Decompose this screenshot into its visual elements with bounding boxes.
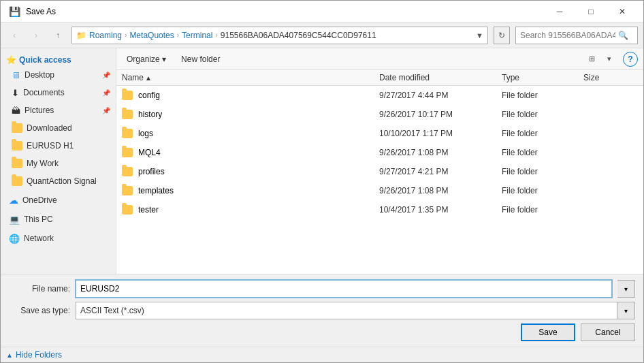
breadcrumb: 📁 Roaming › MetaQuotes › Terminal › 9155… — [71, 27, 488, 44]
table-row[interactable]: history 9/26/2017 10:17 PM File folder — [116, 105, 643, 124]
savetype-label: Save as type: — [9, 306, 70, 315]
organize-dropdown-icon: ▾ — [162, 54, 166, 64]
documents-icon: ⬇ — [12, 88, 19, 98]
file-type: File folder — [502, 205, 583, 215]
view-dropdown-button[interactable]: ▾ — [601, 52, 617, 67]
table-row[interactable]: tester 10/4/2017 1:35 PM File folder — [116, 200, 643, 219]
col-header-size[interactable]: Size — [583, 73, 638, 82]
sidebar-item-documents[interactable]: ⬇ Documents 📌 — [1, 84, 116, 101]
filename-dropdown-button[interactable]: ▾ — [617, 280, 635, 298]
breadcrumb-folder-icon: 📁 — [76, 31, 86, 40]
desktop-icon: 🖥 — [12, 70, 20, 80]
breadcrumb-roaming[interactable]: Roaming — [89, 31, 122, 40]
view-toggle-button[interactable]: ⊞ — [583, 52, 600, 67]
folder-icon — [122, 110, 133, 119]
table-row[interactable]: templates 9/26/2017 1:08 PM File folder — [116, 181, 643, 200]
breadcrumb-dropdown-button[interactable]: ▼ — [476, 31, 483, 40]
new-folder-button[interactable]: New folder — [176, 52, 225, 66]
onedrive-icon: ☁ — [9, 195, 18, 206]
sidebar-item-downloaded[interactable]: Downloaded — [1, 119, 116, 137]
sidebar-item-thispc[interactable]: 💻 This PC — [1, 210, 116, 228]
table-row[interactable]: MQL4 9/26/2017 1:08 PM File folder — [116, 143, 643, 162]
back-button[interactable]: ‹ — [6, 27, 22, 44]
mywork-folder-icon — [12, 159, 22, 168]
file-name: MQL4 — [138, 148, 161, 157]
save-button[interactable]: Save — [521, 323, 575, 341]
organize-button[interactable]: Organize ▾ — [122, 52, 171, 66]
table-row[interactable]: config 9/27/2017 4:44 PM File folder — [116, 86, 643, 105]
file-list-header: Name ▲ Date modified Type Size — [116, 70, 643, 86]
sidebar-item-eurusd[interactable]: EURUSD H1 — [1, 137, 116, 155]
file-name-cell: logs — [122, 129, 379, 138]
close-button[interactable]: ✕ — [607, 1, 638, 22]
table-row[interactable]: logs 10/10/2017 1:17 PM File folder — [116, 124, 643, 143]
forward-button[interactable]: › — [28, 27, 44, 44]
col-header-type[interactable]: Type — [502, 73, 583, 82]
file-type: File folder — [502, 167, 583, 176]
sidebar-downloaded-label: Downloaded — [27, 123, 72, 133]
title-bar-left: 💾 Save As — [9, 6, 56, 17]
title-bar: 💾 Save As ─ □ ✕ — [1, 1, 643, 22]
main-area: ⭐ Quick access 🖥 Desktop 📌 ⬇ Documents 📌… — [1, 48, 643, 274]
savetype-select[interactable]: ASCII Text (*.csv) — [76, 302, 617, 319]
file-name-cell: profiles — [122, 167, 379, 176]
search-input[interactable] — [520, 31, 615, 40]
sidebar-thispc-label: This PC — [24, 215, 53, 224]
sidebar-mywork-label: My Work — [27, 159, 59, 168]
file-name-cell: config — [122, 91, 379, 100]
quick-access-section: ⭐ Quick access 🖥 Desktop 📌 ⬇ Documents 📌… — [1, 51, 116, 190]
sidebar-item-onedrive[interactable]: ☁ OneDrive — [1, 191, 116, 209]
eurusd-folder-icon — [12, 141, 22, 151]
pictures-icon: 🏔 — [12, 106, 20, 116]
file-date: 10/4/2017 1:35 PM — [379, 205, 502, 215]
sort-arrow-icon: ▲ — [145, 74, 152, 82]
file-name-cell: templates — [122, 186, 379, 195]
folder-icon — [122, 167, 133, 176]
minimize-button[interactable]: ─ — [544, 1, 575, 22]
folder-icon — [122, 205, 133, 215]
file-type: File folder — [502, 91, 583, 100]
file-type: File folder — [502, 148, 583, 157]
table-row[interactable]: profiles 9/27/2017 4:21 PM File folder — [116, 162, 643, 181]
help-button[interactable]: ? — [623, 52, 638, 67]
sidebar-item-network[interactable]: 🌐 Network — [1, 230, 116, 247]
quantaction-folder-icon — [12, 176, 22, 186]
content-toolbar: Organize ▾ New folder ⊞ ▾ ? — [116, 48, 643, 70]
sidebar-item-mywork[interactable]: My Work — [1, 155, 116, 172]
col-header-name[interactable]: Name ▲ — [122, 73, 379, 82]
folder-icon — [122, 186, 133, 195]
quick-access-header: ⭐ Quick access — [1, 51, 116, 66]
content-area: Organize ▾ New folder ⊞ ▾ ? Name ▲ — [116, 48, 643, 274]
refresh-button[interactable]: ↻ — [494, 27, 510, 44]
thispc-icon: 💻 — [9, 215, 20, 225]
breadcrumb-metaquotes[interactable]: MetaQuotes — [129, 31, 174, 40]
hide-folders-button[interactable]: ▲ Hide Folders — [1, 347, 643, 362]
sidebar-network-label: Network — [24, 234, 54, 243]
up-button[interactable]: ↑ — [50, 27, 66, 44]
star-icon: ⭐ — [6, 55, 16, 65]
file-name: tester — [138, 205, 159, 215]
maximize-button[interactable]: □ — [575, 1, 607, 22]
cancel-button[interactable]: Cancel — [581, 323, 635, 341]
file-type: File folder — [502, 110, 583, 119]
savetype-dropdown-button[interactable]: ▾ — [617, 302, 635, 319]
address-toolbar: ‹ › ↑ 📁 Roaming › MetaQuotes › Terminal … — [1, 22, 643, 48]
sidebar-item-quantaction[interactable]: QuantAction Signal — [1, 172, 116, 190]
col-header-date[interactable]: Date modified — [379, 73, 502, 82]
hide-folders-label: Hide Folders — [16, 350, 62, 360]
file-type: File folder — [502, 186, 583, 195]
onedrive-section: ☁ OneDrive — [1, 191, 116, 209]
breadcrumb-terminal[interactable]: Terminal — [182, 31, 212, 40]
file-date: 10/10/2017 1:17 PM — [379, 129, 502, 138]
sidebar-item-pictures[interactable]: 🏔 Pictures 📌 — [1, 101, 116, 119]
save-as-dialog: 💾 Save As ─ □ ✕ ‹ › ↑ 📁 Roaming › MetaQu… — [0, 0, 644, 363]
file-date: 9/26/2017 10:17 PM — [379, 110, 502, 119]
sidebar-eurusd-label: EURUSD H1 — [27, 141, 74, 151]
file-name-cell: tester — [122, 205, 379, 215]
filename-input[interactable] — [76, 280, 612, 298]
folder-icon — [122, 148, 133, 157]
sidebar-onedrive-label: OneDrive — [22, 195, 57, 205]
sidebar-quantaction-label: QuantAction Signal — [27, 176, 97, 186]
sidebar-item-desktop[interactable]: 🖥 Desktop 📌 — [1, 66, 116, 84]
file-date: 9/26/2017 1:08 PM — [379, 186, 502, 195]
